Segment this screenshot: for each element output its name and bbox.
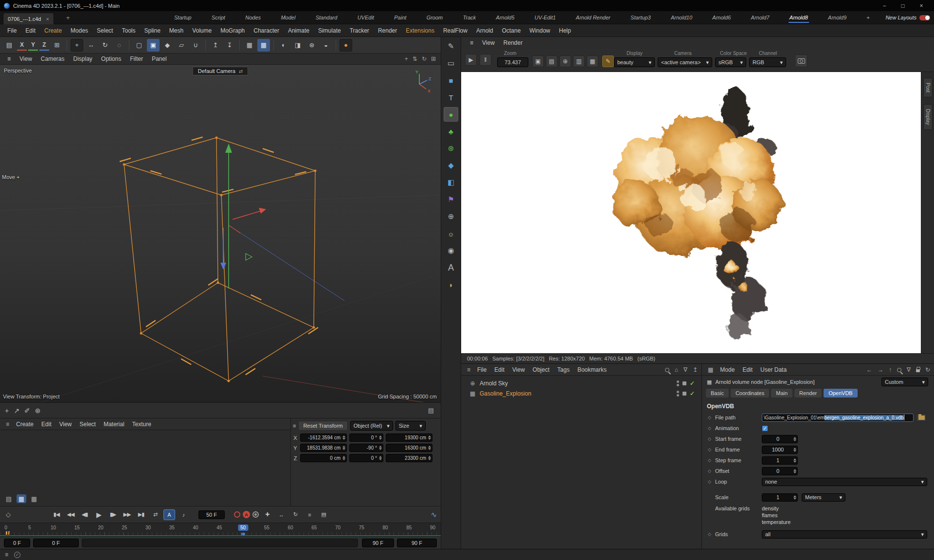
enabled-check-icon[interactable]: ✓ [690,390,695,397]
camera-dropdown[interactable]: <active camera>▾ [658,57,712,67]
menu-character[interactable]: Character [249,25,284,36]
tweak-mode-icon[interactable]: ✎ [444,39,458,54]
ruler-tick-25[interactable]: 25 [119,524,129,531]
prev-frame-button[interactable]: ◀▮ [79,509,90,520]
render-settings-button[interactable]: ⊛ [305,39,318,52]
display-dropdown[interactable]: beauty▾ [614,57,655,67]
menu-arnold[interactable]: Arnold [472,25,498,36]
material-menu-select[interactable]: Select [76,420,100,429]
grid-icon[interactable]: ▦ [587,55,598,67]
home-icon[interactable]: ⌂ [675,366,678,373]
grids-dropdown[interactable]: all▾ [762,530,927,539]
am-menu-mode[interactable]: Mode [716,365,738,374]
visibility-dots-toggle[interactable] [677,391,679,397]
om-menu-file[interactable]: File [473,365,490,374]
om-menu-bookmarks[interactable]: Bookmarks [574,365,611,374]
menu-mesh[interactable]: Mesh [165,25,188,36]
menu-volume[interactable]: Volume [188,25,216,36]
offset-field[interactable]: 0 [762,467,798,475]
material-compact-view-button[interactable]: ▦ [29,494,39,503]
animation-dot-icon[interactable]: ◇ [708,469,715,473]
sound-button[interactable]: ♪ [178,509,189,520]
arnold-render-button[interactable]: ● [340,39,352,52]
snap-button[interactable]: ∪ [189,39,202,52]
menu-select[interactable]: Select [92,25,117,36]
animation-dot-icon[interactable]: ◇ [708,458,715,463]
dolly-view-icon[interactable]: ⇅ [413,55,417,62]
ruler-tick-60[interactable]: 60 [285,524,295,531]
viewport-menu-display[interactable]: Display [69,54,97,63]
ruler-tick-20[interactable]: 20 [95,524,106,531]
new-layouts-button[interactable]: New Layouts [885,15,916,20]
object-manager-hamburger-icon[interactable]: ≡ [464,365,473,374]
layout-tab-standard[interactable]: Standard [315,12,339,23]
viewport-camera-label[interactable]: Default Camera ⇄ [193,67,248,75]
layout-tab-paint[interactable]: Paint [393,12,407,23]
menu-octane[interactable]: Octane [498,25,525,36]
layer-square-toggle[interactable] [683,381,686,385]
om-menu-tags[interactable]: Tags [554,365,574,374]
rotation-p-field[interactable]: -90 ° [349,444,383,452]
filter-icon[interactable]: ∇ [683,366,687,373]
status-hamburger-icon[interactable]: ≡ [5,551,8,558]
menu-file[interactable]: File [3,25,21,36]
viewport-menu-view[interactable]: View [15,54,36,63]
ruler-tick-10[interactable]: 10 [48,524,58,531]
ruler-tick-50[interactable]: 50 [238,524,248,531]
material-menu-view[interactable]: View [55,420,76,429]
close-document-icon[interactable]: × [46,16,49,22]
prev-key-button[interactable]: ◀◀ [65,509,76,520]
scale-tool-button[interactable]: ↔ [85,39,97,52]
move-tool-button[interactable]: + [71,39,83,52]
material-menu-edit[interactable]: Edit [37,420,55,429]
visibility-dots-toggle[interactable] [677,380,679,386]
grid-button[interactable]: ▦ [243,39,256,52]
animation-dot-icon[interactable]: ◇ [708,447,715,452]
goto-end-button[interactable]: ▶▮ [135,509,147,520]
object-name[interactable]: Gasoline_Explosion [480,390,531,397]
range-slider[interactable] [82,539,358,547]
layer-square-toggle[interactable] [683,392,686,396]
layout-tab-uvedit1[interactable]: UV-Edit1 [534,12,557,23]
menu-create[interactable]: Create [40,25,66,36]
workplane-button[interactable]: ▱ [175,39,188,52]
material-menu-texture[interactable]: Texture [128,420,155,429]
plane-object-icon[interactable]: ▭ [444,56,458,71]
om-menu-view[interactable]: View [508,365,529,374]
selection-filter-button[interactable]: ▢ [133,39,145,52]
spline-object-icon[interactable]: ◆ [444,158,458,173]
layout-tab-arnold9[interactable]: Arnold9 [827,12,847,23]
animation-dot-icon[interactable]: ◇ [708,426,715,431]
forward-icon[interactable]: → [878,366,883,373]
filter-icon[interactable]: ∇ [907,366,911,373]
ruler-tick-35[interactable]: 35 [167,524,177,531]
cube-object-icon[interactable]: ■ [444,73,458,88]
vegetation-object-icon[interactable]: ♣ [444,124,458,139]
keyframe-diamond-icon[interactable]: ◇ [6,511,11,518]
move-down-button[interactable]: ↧ [223,39,236,52]
layout-tab-nodes[interactable]: Nodes [244,12,262,23]
preset-dropdown[interactable]: Custom▾ [881,378,928,386]
toggle-view-icon[interactable]: ⊞ [431,55,436,62]
debug-shading-icon[interactable]: ✎ [602,55,614,67]
rotation-h-field[interactable]: 0 ° [349,434,383,442]
zoom-value-field[interactable]: 73.437 [497,57,528,67]
ruler-tick-80[interactable]: 80 [380,524,390,531]
range-start-field[interactable]: 0 F [4,539,30,547]
menu-edit[interactable]: Edit [21,25,40,36]
keyframe-selection-button[interactable] [252,511,259,518]
layout-tab-arnold8[interactable]: Arnold8 [789,12,809,23]
tab-render[interactable]: Render [794,389,822,397]
ruler-tick-0[interactable]: 0 [2,524,10,531]
render-picture-button[interactable]: ◨ [291,39,304,52]
maximize-button[interactable]: □ [894,1,912,11]
tab-basic[interactable]: Basic [706,389,729,397]
up-icon[interactable]: ↑ [889,366,892,373]
menu-realflow[interactable]: RealFlow [439,25,472,36]
layout-tab-groom[interactable]: Groom [426,12,444,23]
lock-icon[interactable] [916,369,920,372]
axis-lock-button[interactable]: ◆ [161,39,174,52]
deformer-object-icon[interactable]: ⚑ [444,192,458,207]
material-list-view-button[interactable]: ▤ [4,494,14,503]
file-path-input[interactable]: \Gasoline_Explosion_01\embergen_gasoline… [762,414,914,422]
